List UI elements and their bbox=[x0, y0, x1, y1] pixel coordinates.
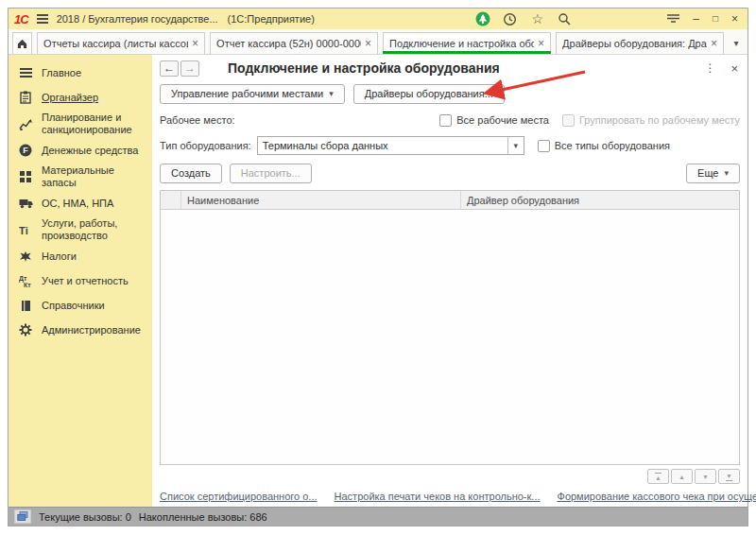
book-icon bbox=[18, 300, 33, 312]
history-icon[interactable] bbox=[503, 11, 518, 26]
equipment-drivers-button[interactable]: Драйверы оборудования... bbox=[353, 84, 505, 104]
maximize-button[interactable]: □ bbox=[713, 13, 718, 25]
sidebar-item-label: ОС, НМА, НПА bbox=[42, 198, 113, 210]
tab-close-icon[interactable]: × bbox=[365, 37, 371, 50]
tab-label: Отчет кассира (52н) 0000-000045 ... bbox=[216, 38, 361, 49]
form-controls: ⋮ × bbox=[704, 61, 740, 76]
close-form-icon[interactable]: × bbox=[730, 61, 738, 76]
checkbox-box[interactable] bbox=[538, 140, 550, 152]
more-button[interactable]: Еще ▾ bbox=[686, 164, 740, 183]
sidebar-item-label: Планирование и санкционирование bbox=[42, 112, 148, 136]
server-calls-icon[interactable] bbox=[14, 509, 31, 524]
minimize-button[interactable]: – bbox=[693, 13, 699, 25]
tab-label: Драйверы оборудования: Драйве... bbox=[562, 38, 707, 49]
tab-close-icon[interactable]: × bbox=[711, 37, 717, 50]
all-workplaces-label: Все рабочие места bbox=[456, 114, 549, 126]
back-button[interactable]: ← bbox=[160, 60, 179, 77]
tab-equipment-drivers[interactable]: Драйверы оборудования: Драйве... × bbox=[556, 32, 724, 54]
tab-cashier-report-52n[interactable]: Отчет кассира (52н) 0000-000045 ... × bbox=[210, 32, 378, 54]
clipboard-icon bbox=[18, 91, 33, 104]
driver-column-header[interactable]: Драйвер оборудования bbox=[461, 191, 739, 209]
sidebar-item-accounting[interactable]: ДтКт Учет и отчетность bbox=[18, 268, 152, 293]
tab-bar: Отчеты кассира (листы кассовой ... × Отч… bbox=[9, 29, 747, 55]
services-icon: Тi bbox=[18, 224, 33, 236]
tab-label: Отчеты кассира (листы кассовой ... bbox=[43, 38, 188, 49]
configure-label: Настроить... bbox=[241, 167, 301, 179]
workplace-management-label: Управление рабочими местами bbox=[171, 88, 323, 99]
checkbox-box[interactable] bbox=[439, 114, 452, 127]
combo-dropdown-button[interactable]: ▾ bbox=[507, 137, 524, 154]
sidebar-item-services[interactable]: Тi Услуги, работы, производство bbox=[18, 216, 152, 244]
main-menu-icon[interactable] bbox=[36, 13, 49, 25]
sidebar-item-directories[interactable]: Справочники bbox=[18, 293, 152, 318]
footer-links: Список сертифицированного о... Настройка… bbox=[160, 486, 740, 507]
go-prev-icon: ▲ bbox=[679, 474, 685, 480]
list-nav-buttons: ▲ ▲ ▼ ▼ bbox=[160, 467, 740, 486]
sidebar: Главное Органайзер Планирование и санкци… bbox=[9, 55, 152, 507]
go-last-button[interactable]: ▼ bbox=[718, 469, 740, 484]
sidebar-item-taxes[interactable]: Налоги bbox=[18, 244, 152, 268]
gear-icon bbox=[18, 323, 33, 337]
close-window-button[interactable]: × bbox=[731, 13, 738, 25]
group-by-workplace-checkbox: Группировать по рабочему месту bbox=[562, 114, 740, 127]
sidebar-item-label: Органайзер bbox=[42, 92, 98, 104]
tab-cashier-reports[interactable]: Отчеты кассира (листы кассовой ... × bbox=[37, 32, 205, 54]
search-icon[interactable] bbox=[558, 11, 573, 26]
sidebar-item-administration[interactable]: Администрирование bbox=[18, 318, 152, 342]
table-header: Наименование Драйвер оборудования bbox=[161, 191, 739, 210]
sidebar-item-glavnoe[interactable]: Главное bbox=[18, 60, 152, 85]
svg-text:Кт: Кт bbox=[24, 282, 31, 288]
favorites-icon[interactable]: ☆ bbox=[530, 11, 545, 26]
name-column-header[interactable]: Наименование bbox=[181, 191, 461, 209]
chevron-down-icon: ▾ bbox=[329, 89, 334, 98]
go-prev-button[interactable]: ▲ bbox=[671, 469, 693, 484]
more-actions-icon[interactable]: ⋮ bbox=[704, 61, 715, 75]
configure-button[interactable]: Настроить... bbox=[230, 164, 312, 183]
equipment-drivers-label: Драйверы оборудования... bbox=[365, 88, 493, 99]
go-last-icon: ▼ bbox=[726, 473, 732, 481]
workplace-management-button[interactable]: Управление рабочими местами ▾ bbox=[160, 84, 345, 104]
sidebar-item-planning[interactable]: Планирование и санкционирование bbox=[18, 110, 152, 138]
tab-overflow-button[interactable]: ▾ bbox=[729, 32, 744, 54]
toolbar-menu-icon[interactable] bbox=[667, 13, 679, 25]
home-tab[interactable] bbox=[12, 32, 32, 54]
workplace-label: Рабочее место: bbox=[160, 114, 235, 126]
go-next-button[interactable]: ▼ bbox=[695, 469, 716, 484]
tab-close-icon[interactable]: × bbox=[538, 37, 544, 50]
page-title: Подключение и настройка оборудования bbox=[228, 60, 500, 76]
equipment-type-row: Тип оборудования: Терминалы сбора данных… bbox=[160, 134, 740, 157]
all-workplaces-checkbox[interactable]: Все рабочие места bbox=[439, 114, 549, 127]
sidebar-item-materials[interactable]: Материальные запасы bbox=[18, 163, 152, 191]
desktop: 1С 2018 / Бухгалтерия государстве... (1С… bbox=[0, 0, 756, 535]
equipment-table: Наименование Драйвер оборудования bbox=[160, 190, 740, 465]
debit-credit-icon: ДтКт bbox=[18, 274, 33, 287]
receipt-print-setup-link[interactable]: Настройка печати чеков на контрольно-к..… bbox=[335, 491, 541, 502]
table-body-empty bbox=[161, 210, 739, 464]
page-header: ← → Подключение и настройка оборудования… bbox=[160, 55, 740, 81]
tab-equipment-setup[interactable]: Подключение и настройка обору... × bbox=[383, 32, 551, 54]
list-actions-row: Создать Настроить... Еще ▾ bbox=[160, 160, 740, 186]
create-button[interactable]: Создать bbox=[160, 164, 222, 183]
forward-button[interactable]: → bbox=[180, 60, 199, 77]
sidebar-item-label: Материальные запасы bbox=[42, 164, 148, 189]
coin-icon: F bbox=[18, 144, 33, 157]
sidebar-item-organizer[interactable]: Органайзер bbox=[18, 85, 152, 110]
sidebar-item-os-nma[interactable]: ОС, НМА, НПА bbox=[18, 191, 152, 216]
tab-close-icon[interactable]: × bbox=[192, 37, 198, 50]
app-name: (1С:Предприятие) bbox=[228, 13, 315, 25]
discussions-icon[interactable] bbox=[475, 11, 490, 26]
workplace-checkboxes: Все рабочие места Группировать по рабоче… bbox=[439, 114, 740, 127]
equipment-type-select[interactable]: Терминалы сбора данных ▾ bbox=[257, 136, 524, 155]
go-next-icon: ▼ bbox=[702, 474, 709, 480]
window-controls: – □ × bbox=[667, 13, 742, 25]
cash-receipt-forming-link[interactable]: Формирование кассового чека при осуществ… bbox=[558, 491, 756, 502]
certified-list-link[interactable]: Список сертифицированного о... bbox=[160, 491, 318, 502]
accumulated-calls-label: Накопленные вызовы: bbox=[139, 511, 247, 523]
all-types-label: Все типы оборудования bbox=[555, 140, 670, 151]
sidebar-item-money[interactable]: F Денежные средства bbox=[18, 138, 152, 163]
current-calls-value: 0 bbox=[126, 511, 131, 523]
accumulated-calls-value: 686 bbox=[249, 511, 266, 523]
go-first-button[interactable]: ▲ bbox=[647, 469, 669, 484]
all-types-checkbox[interactable]: Все типы оборудования bbox=[538, 140, 670, 152]
menu-icon bbox=[18, 68, 33, 78]
